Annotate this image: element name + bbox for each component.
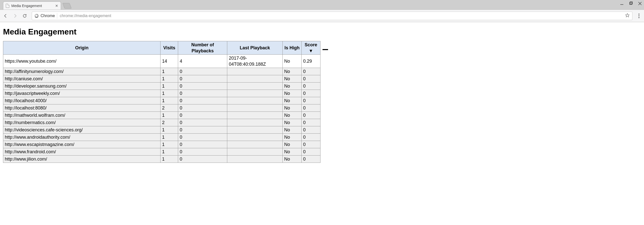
engagement-table: Origin Visits Number of Playbacks Last P…	[3, 41, 320, 163]
cell-playbacks: 0	[178, 141, 227, 148]
cell-playbacks: 0	[178, 119, 227, 126]
url-text: chrome://media-engagement	[60, 14, 111, 18]
cell-is-high: No	[283, 134, 302, 141]
browser-menu-button[interactable]	[637, 14, 641, 18]
cell-is-high: No	[283, 97, 302, 104]
col-playbacks[interactable]: Number of Playbacks	[178, 41, 227, 55]
cell-visits: 1	[160, 75, 178, 83]
new-tab-button[interactable]	[62, 3, 72, 9]
cell-playbacks: 0	[178, 83, 227, 90]
cell-is-high: No	[283, 104, 302, 112]
cell-playbacks: 0	[178, 156, 227, 163]
col-last-playback[interactable]: Last Playback	[227, 41, 283, 55]
table-row: http://www.escapistmagazine.com/10No0	[3, 141, 320, 148]
cell-playbacks: 0	[178, 75, 227, 83]
cell-score: 0	[301, 126, 320, 134]
table-row: http://www.jilion.com/10No0	[3, 156, 320, 163]
browser-tab-active[interactable]: Media Engagement ✕	[3, 2, 61, 10]
col-visits[interactable]: Visits	[160, 41, 178, 55]
cell-last-playback	[227, 141, 283, 148]
cell-is-high: No	[283, 156, 302, 163]
cell-last-playback	[227, 156, 283, 163]
address-bar[interactable]: Chrome chrome://media-engagement	[32, 12, 632, 20]
bookmark-star-icon[interactable]	[625, 13, 630, 19]
cell-score: 0	[301, 148, 320, 156]
cell-score: 0	[301, 83, 320, 90]
forward-button[interactable]	[13, 13, 18, 18]
cell-origin: http://videosciences.cafe-sciences.org/	[3, 126, 160, 134]
cell-origin: http://mathworld.wolfram.com/	[3, 112, 160, 119]
cell-visits: 1	[160, 83, 178, 90]
cell-origin: http://localhost:4000/	[3, 97, 160, 104]
cell-is-high: No	[283, 83, 302, 90]
col-score[interactable]: Score ▼	[301, 41, 320, 55]
cell-playbacks: 0	[178, 112, 227, 119]
cell-visits: 2	[160, 104, 178, 112]
back-button[interactable]	[3, 13, 8, 18]
cell-origin: http://numbermatics.com/	[3, 119, 160, 126]
table-row: http://localhost:4000/10No0	[3, 97, 320, 104]
cell-is-high: No	[283, 112, 302, 119]
cell-visits: 1	[160, 126, 178, 134]
table-row: http://www.androidauthority.com/10No0	[3, 134, 320, 141]
cell-origin: http://affinitynumerology.com/	[3, 68, 160, 75]
cell-score: 0.29	[301, 55, 320, 68]
cell-playbacks: 0	[178, 97, 227, 104]
cell-origin: http://www.escapistmagazine.com/	[3, 141, 160, 148]
omnibox-separator	[57, 13, 57, 19]
cell-playbacks: 0	[178, 148, 227, 156]
table-row: http://localhost:8080/20No0	[3, 104, 320, 112]
current-row-marker-icon	[323, 49, 328, 50]
table-header-row: Origin Visits Number of Playbacks Last P…	[3, 41, 320, 55]
cell-origin: http://www.jilion.com/	[3, 156, 160, 163]
cell-last-playback	[227, 119, 283, 126]
close-tab-icon[interactable]: ✕	[55, 4, 58, 8]
cell-last-playback	[227, 104, 283, 112]
col-is-high[interactable]: Is High	[283, 41, 302, 55]
cell-is-high: No	[283, 55, 302, 68]
cell-playbacks: 0	[178, 90, 227, 97]
cell-last-playback	[227, 83, 283, 90]
cell-last-playback: 2017-09-04T08:40:09.188Z	[227, 55, 283, 68]
cell-score: 0	[301, 141, 320, 148]
table-row: http://numbermatics.com/20No0	[3, 119, 320, 126]
col-origin[interactable]: Origin	[3, 41, 160, 55]
cell-is-high: No	[283, 148, 302, 156]
table-row: http://developer.samsung.com/10No0	[3, 83, 320, 90]
cell-origin: http://localhost:8080/	[3, 104, 160, 112]
cell-origin: http://javascriptweekly.com/	[3, 90, 160, 97]
cell-score: 0	[301, 75, 320, 83]
table-row: http://caniuse.com/10No0	[3, 75, 320, 83]
cell-visits: 1	[160, 156, 178, 163]
cell-origin: http://caniuse.com/	[3, 75, 160, 83]
page-title: Media Engagement	[3, 27, 641, 36]
cell-visits: 2	[160, 119, 178, 126]
cell-visits: 1	[160, 134, 178, 141]
cell-visits: 1	[160, 68, 178, 75]
cell-last-playback	[227, 126, 283, 134]
cell-origin: http://developer.samsung.com/	[3, 83, 160, 90]
cell-visits: 14	[160, 55, 178, 68]
cell-is-high: No	[283, 75, 302, 83]
reload-button[interactable]	[22, 13, 27, 18]
table-row: http://www.frandroid.com/10No0	[3, 148, 320, 156]
cell-playbacks: 0	[178, 134, 227, 141]
close-window-icon[interactable]	[638, 2, 642, 7]
tab-title: Media Engagement	[11, 4, 42, 8]
cell-visits: 1	[160, 97, 178, 104]
cell-last-playback	[227, 148, 283, 156]
cell-score: 0	[301, 156, 320, 163]
cell-is-high: No	[283, 119, 302, 126]
minimize-icon[interactable]	[620, 2, 624, 7]
cell-last-playback	[227, 134, 283, 141]
cell-is-high: No	[283, 126, 302, 134]
cell-last-playback	[227, 75, 283, 83]
chrome-icon	[35, 14, 39, 18]
cell-playbacks: 0	[178, 126, 227, 134]
browser-toolbar: Chrome chrome://media-engagement	[0, 10, 644, 22]
maximize-icon[interactable]	[629, 2, 633, 7]
cell-score: 0	[301, 68, 320, 75]
url-scheme-label: Chrome	[41, 14, 55, 18]
page-icon	[6, 4, 9, 8]
cell-playbacks: 0	[178, 68, 227, 75]
